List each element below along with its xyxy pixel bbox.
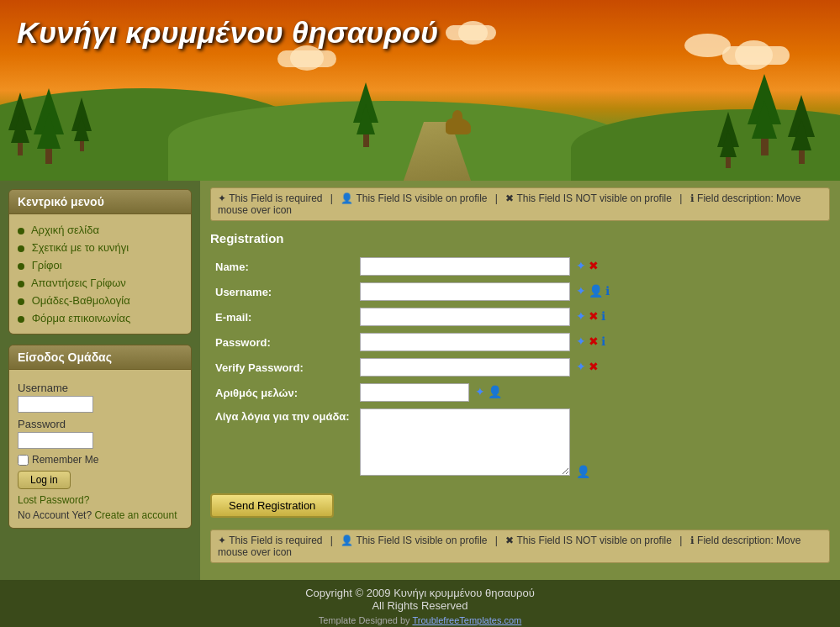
no-account-text: No Account Yet? Create an account (18, 509, 182, 521)
sidebar-item-teams[interactable]: Ομάδες-Βαθμολογία (18, 292, 182, 309)
username-input[interactable] (18, 396, 93, 413)
sidebar-item-riddles[interactable]: Γρίφοι (18, 256, 182, 274)
legend-top: ✦ This Field is required | 👤 This Field … (210, 187, 830, 221)
orange-icon: 👤 (576, 465, 590, 478)
verify-password-icons: ✦ ✖ (576, 360, 599, 373)
not-visible-icon: ✖ (589, 309, 599, 323)
remember-row: Remember Me (18, 454, 182, 466)
username-field-label: Username: (210, 279, 355, 304)
not-visible-icon: ✖ (589, 360, 599, 373)
info-icon: ℹ (601, 309, 605, 323)
person-icon: 👤 (589, 284, 603, 298)
email-cell: ✦ ✖ ℹ (355, 304, 830, 329)
login-box: Είσοδος Ομάδας Username Password Remembe… (8, 345, 192, 529)
table-row: Password: ✦ ✖ ℹ (210, 329, 830, 355)
header: Κυνήγι κρυμμένου θησαυρού (0, 0, 840, 181)
password-cell: ✦ ✖ ℹ (355, 329, 830, 355)
name-input[interactable] (360, 257, 570, 276)
table-row: Username: ✦ 👤 ℹ (210, 279, 830, 304)
sidebar-item-home[interactable]: Αρχική σελίδα (18, 221, 182, 239)
reg-username-input[interactable] (360, 282, 570, 301)
required-icon: ✦ (576, 335, 586, 348)
description-label: Λίγα λόγια για την ομάδα: (210, 405, 355, 482)
menu-box-content: Αρχική σελίδα Σχετικά με το κυνήγι Γρίφο… (9, 214, 191, 334)
submit-button[interactable]: Send Registration (210, 493, 334, 518)
main-layout: Κεντρικό μενού Αρχική σελίδα Σχετικά με … (0, 181, 840, 580)
reg-password-input[interactable] (360, 333, 570, 351)
password-icons: ✦ ✖ ℹ (576, 335, 605, 348)
table-row: Λίγα λόγια για την ομάδα: 👤 (210, 405, 830, 482)
create-account-link[interactable]: Create an account (94, 509, 177, 521)
name-icons: ✦ ✖ (576, 259, 599, 272)
sidebar: Κεντρικό μενού Αρχική σελίδα Σχετικά με … (0, 181, 200, 580)
table-row: E-mail: ✦ ✖ ℹ (210, 304, 830, 329)
login-box-header: Είσοδος Ομάδας (9, 345, 191, 370)
lost-password-link[interactable]: Lost Password? (18, 494, 182, 506)
bullet-icon (18, 281, 24, 287)
footer-credit-link[interactable]: TroublefreeTemplates.com (412, 615, 521, 625)
name-label: Name: (210, 254, 355, 279)
table-row: Αριθμός μελών: ✦ 👤 (210, 380, 830, 405)
description-textarea[interactable] (360, 408, 570, 476)
table-row: Verify Password: ✦ ✖ (210, 355, 830, 380)
bullet-icon (18, 316, 24, 323)
bullet-icon (18, 298, 24, 305)
sidebar-link-riddles[interactable]: Γρίφοι (32, 259, 62, 271)
email-icons: ✦ ✖ ℹ (576, 309, 605, 323)
username-label: Username (18, 382, 182, 394)
sidebar-item-about[interactable]: Σχετικά με το κυνήγι (18, 239, 182, 256)
required-icon: ✦ (475, 385, 485, 398)
member-count-input[interactable] (360, 383, 469, 402)
description-cell: 👤 (355, 405, 830, 482)
sidebar-item-answers[interactable]: Απαντήσεις Γρίφων (18, 274, 182, 292)
username-icons: ✦ 👤 ℹ (576, 284, 610, 298)
sidebar-link-contact[interactable]: Φόρμα επικοινωνίας (32, 312, 131, 324)
registration-form: Name: ✦ ✖ Username: (210, 254, 830, 482)
footer-copyright: Copyright © 2009 Κυνήγι κρυμμένου θησαυρ… (0, 587, 840, 612)
menu-box-header: Κεντρικό μενού (9, 190, 191, 214)
remember-label: Remember Me (32, 454, 98, 466)
registration-title: Registration (210, 231, 830, 245)
required-icon: ✦ (576, 284, 586, 298)
content-area: ✦ This Field is required | 👤 This Field … (200, 181, 840, 580)
member-count-label: Αριθμός μελών: (210, 380, 355, 405)
bullet-icon (18, 263, 24, 270)
sidebar-link-home[interactable]: Αρχική σελίδα (31, 224, 99, 236)
info-icon: ℹ (605, 284, 610, 298)
menu-box: Κεντρικό μενού Αρχική σελίδα Σχετικά με … (8, 189, 192, 335)
description-icons: 👤 (576, 465, 590, 478)
info-icon: ℹ (601, 335, 605, 348)
member-count-cell: ✦ 👤 (355, 380, 830, 405)
required-icon: ✦ (576, 360, 586, 373)
name-cell: ✦ ✖ (355, 254, 830, 279)
footer-credit: Template Designed by TroublefreeTemplate… (0, 615, 840, 625)
login-button[interactable]: Log in (18, 471, 71, 489)
verify-password-input[interactable] (360, 358, 570, 377)
required-icon: ✦ (576, 259, 586, 272)
email-label: E-mail: (210, 304, 355, 329)
legend-visible: 👤 This Field IS visible on profile | (341, 192, 498, 204)
remember-checkbox[interactable] (18, 455, 29, 466)
not-visible-icon: ✖ (589, 259, 599, 272)
legend-visible-b: 👤 This Field IS visible on profile | (341, 535, 498, 546)
bullet-icon (18, 228, 24, 234)
legend-bottom: ✦ This Field is required | 👤 This Field … (210, 530, 830, 563)
sidebar-link-about[interactable]: Σχετικά με το κυνήγι (32, 241, 129, 254)
member-count-icons: ✦ 👤 (475, 385, 502, 398)
sidebar-item-contact[interactable]: Φόρμα επικοινωνίας (18, 309, 182, 327)
legend-star: ✦ This Field is required | (218, 192, 333, 204)
verify-password-label: Verify Password: (210, 355, 355, 380)
orange-icon: 👤 (488, 385, 502, 398)
login-box-content: Username Password Remember Me Log in Los… (9, 370, 191, 528)
sidebar-link-teams[interactable]: Ομάδες-Βαθμολογία (32, 294, 130, 307)
email-input[interactable] (360, 308, 570, 326)
password-label: Password (18, 418, 182, 430)
sidebar-link-answers[interactable]: Απαντήσεις Γρίφων (31, 277, 126, 289)
legend-not-visible-b: ✖ This Field IS NOT visible on profile | (505, 535, 682, 546)
table-row: Name: ✦ ✖ (210, 254, 830, 279)
not-visible-icon: ✖ (589, 335, 599, 348)
verify-password-cell: ✦ ✖ (355, 355, 830, 380)
required-icon: ✦ (576, 309, 586, 323)
password-input[interactable] (18, 432, 93, 449)
footer: Copyright © 2009 Κυνήγι κρυμμένου θησαυρ… (0, 580, 840, 627)
